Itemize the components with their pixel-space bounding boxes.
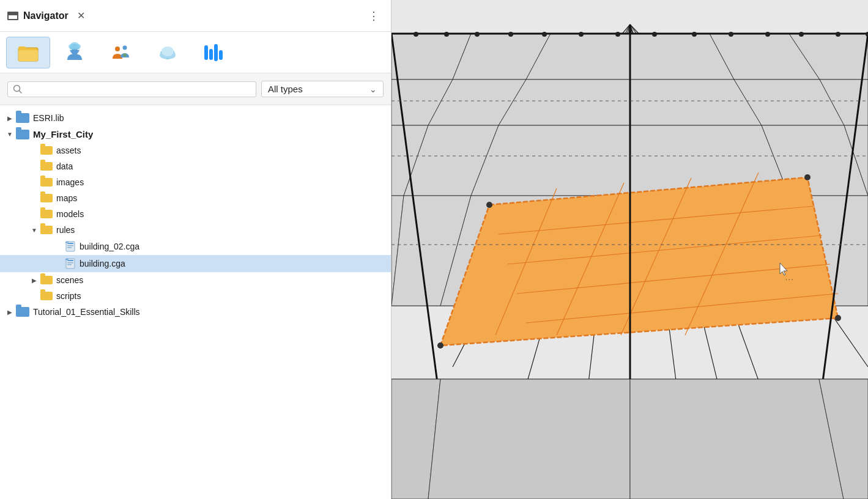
tree-item-data[interactable]: data	[0, 158, 391, 174]
svg-point-11	[123, 53, 127, 57]
tree-item-assets[interactable]: assets	[0, 142, 391, 158]
svg-point-95	[475, 32, 480, 37]
svg-point-96	[508, 32, 513, 37]
svg-point-105	[836, 32, 840, 37]
tree-item-building-cga[interactable]: CGA building.cga	[0, 255, 391, 272]
tree-item-label: building.cga	[80, 259, 125, 268]
tree-item-esri[interactable]: ESRI.lib	[0, 110, 391, 126]
svg-rect-19	[219, 50, 223, 60]
3d-viewport: ...	[391, 0, 868, 499]
tree-item-label: models	[56, 209, 84, 219]
svg-point-101	[692, 32, 697, 37]
tree-item-label: building_02.cga	[80, 242, 139, 251]
expand-icon[interactable]	[5, 113, 15, 123]
tree-item-label: data	[56, 161, 73, 171]
cga-file-icon: CGA	[65, 258, 76, 269]
groups-icon	[110, 42, 132, 64]
svg-rect-31	[67, 264, 72, 265]
analysis-icon	[203, 42, 225, 64]
folder-icon	[40, 292, 53, 300]
svg-point-107	[486, 202, 492, 208]
folder-icon	[16, 130, 29, 139]
my-content-icon	[64, 42, 86, 64]
search-input[interactable]	[26, 84, 251, 94]
folder-icon	[40, 162, 53, 171]
svg-point-99	[615, 32, 620, 37]
local-folder-icon	[17, 42, 39, 64]
search-input-wrap[interactable]	[7, 81, 256, 97]
svg-text:...: ...	[785, 276, 793, 281]
cga-file-icon: CGA	[65, 241, 76, 252]
close-button[interactable]: ✕	[73, 9, 89, 23]
svg-line-21	[20, 91, 22, 93]
expand-icon[interactable]	[5, 307, 15, 317]
svg-point-9	[115, 46, 120, 51]
svg-text:CGA: CGA	[66, 242, 70, 244]
expand-icon[interactable]	[29, 275, 39, 285]
toolbar-analysis-button[interactable]	[192, 37, 236, 68]
svg-point-102	[729, 32, 733, 37]
expand-icon[interactable]	[29, 225, 39, 235]
tree-item-label: ESRI.lib	[33, 113, 64, 123]
svg-marker-112	[428, 379, 630, 499]
toolbar-living-atlas-button[interactable]	[146, 37, 190, 68]
chevron-down-icon: ⌄	[369, 84, 377, 94]
svg-point-94	[444, 32, 449, 37]
tree-item-label: images	[56, 177, 84, 187]
tree-item-label: assets	[56, 146, 81, 155]
living-atlas-icon	[157, 42, 179, 64]
tree-item-scenes[interactable]: scenes	[0, 272, 391, 288]
svg-marker-71	[471, 125, 630, 196]
tree-item-label: My_First_City	[33, 129, 93, 139]
svg-point-10	[123, 45, 127, 50]
svg-point-100	[652, 32, 657, 37]
svg-marker-113	[630, 379, 844, 499]
type-filter-label: All types	[268, 84, 303, 94]
svg-rect-8	[70, 46, 80, 50]
title-bar: Navigator ✕ ⋮	[0, 0, 391, 32]
svg-rect-25	[67, 247, 72, 248]
tree-item-label: Tutorial_01_Essential_Skills	[33, 307, 140, 317]
panel-title: Navigator	[23, 10, 69, 21]
svg-rect-2	[18, 50, 38, 61]
svg-text:CGA: CGA	[66, 259, 70, 261]
svg-point-15	[161, 46, 174, 56]
svg-rect-3	[18, 46, 26, 50]
folder-icon	[40, 210, 53, 218]
folder-icon	[16, 307, 29, 317]
tree-item-label: rules	[56, 225, 75, 235]
svg-rect-30	[67, 262, 73, 264]
tree-item-rules[interactable]: rules	[0, 222, 391, 238]
folder-icon	[40, 276, 53, 284]
tree-item-maps[interactable]: maps	[0, 190, 391, 206]
svg-point-109	[835, 315, 841, 321]
svg-point-97	[542, 32, 547, 37]
type-filter-dropdown[interactable]: All types ⌄	[261, 81, 384, 97]
toolbar-groups-button[interactable]	[99, 37, 143, 68]
tree-item-label: maps	[56, 193, 77, 203]
svg-point-103	[765, 32, 770, 37]
more-options-button[interactable]: ⋮	[365, 8, 384, 24]
tree-item-tutorial01[interactable]: Tutorial_01_Essential_Skills	[0, 304, 391, 320]
toolbar-local-button[interactable]	[6, 37, 50, 68]
toolbar-my-content-button[interactable]	[53, 37, 97, 68]
svg-point-93	[414, 32, 418, 37]
folder-icon	[40, 226, 53, 234]
viewport-panel[interactable]: ...	[391, 0, 868, 499]
tree-item-scripts[interactable]: scripts	[0, 288, 391, 304]
svg-rect-17	[209, 49, 213, 60]
folder-icon	[40, 178, 53, 187]
tree-item-label: scenes	[56, 275, 83, 285]
tree-item-images[interactable]: images	[0, 174, 391, 190]
tree-item-building02-cga[interactable]: CGA building_02.cga	[0, 238, 391, 255]
search-icon	[13, 84, 23, 94]
svg-point-110	[437, 342, 443, 349]
file-tree: ESRI.lib My_First_City assets data image…	[0, 105, 391, 499]
svg-point-104	[799, 32, 804, 37]
folder-icon	[40, 146, 53, 155]
expand-icon[interactable]	[5, 130, 15, 139]
svg-point-108	[804, 174, 811, 180]
tree-item-models[interactable]: models	[0, 206, 391, 222]
svg-point-98	[579, 32, 584, 37]
tree-item-my-first-city[interactable]: My_First_City	[0, 126, 391, 142]
